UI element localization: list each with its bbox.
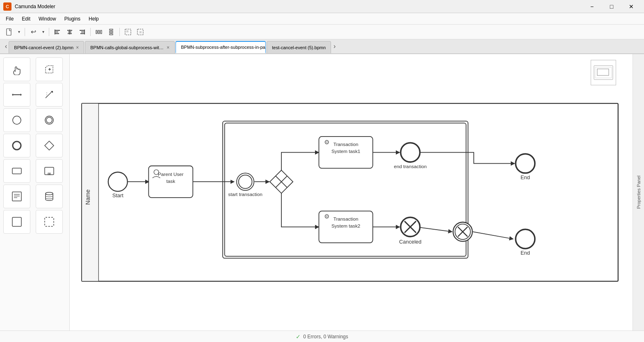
menu-edit[interactable]: Edit [18,14,34,23]
new-file-button[interactable] [3,26,15,38]
tab-1-close[interactable]: × [76,45,79,50]
menubar: File Edit Window Plugins Help [0,13,644,25]
svg-rect-12 [84,30,85,34]
svg-text:⚙: ⚙ [324,139,329,146]
align-center-button[interactable] [64,26,75,38]
close-button[interactable]: ✕ [622,0,641,13]
align-right-button[interactable] [76,26,88,38]
app-icon: C [3,2,11,11]
main-area: Name [0,54,644,331]
svg-rect-2 [55,32,58,32]
minimize-button[interactable]: − [582,0,601,13]
end-event-1[interactable] [516,154,535,173]
start-event-label: Start [112,192,124,198]
tab-4[interactable]: test-cancel-event (5).bpmn [267,41,331,53]
annotation-tool-button[interactable] [3,185,30,208]
svg-rect-51 [45,217,54,226]
svg-rect-50 [12,217,21,226]
svg-rect-0 [7,29,11,35]
toolbar-separator-1 [25,28,25,36]
task2-label-line1: Transaction [333,216,359,221]
svg-marker-39 [45,141,54,150]
maximize-button[interactable]: □ [602,0,621,13]
end1-label: End [521,174,530,180]
new-dropdown-button[interactable]: ▾ [16,26,22,38]
connect-tool-button[interactable] [3,83,30,107]
start-event-tool-button[interactable] [3,108,30,132]
menu-file[interactable]: File [2,14,18,23]
properties-panel-toggle[interactable]: Properties Panel [633,54,644,331]
bpmn-diagram[interactable]: Name [70,54,633,331]
end-event-2[interactable] [516,229,535,249]
end-transaction-event[interactable] [401,143,420,162]
task2-label-line2: System task2 [331,223,360,228]
toolbar-separator-3 [90,28,91,36]
tab-nav-left[interactable]: ‹ [3,43,9,50]
lasso-tool-button[interactable] [36,57,63,81]
svg-rect-20 [110,34,113,35]
tab-2-close[interactable]: × [167,45,169,50]
intermediate-event-tool-button[interactable] [36,108,63,132]
task1-label-line1: Transaction [333,141,359,147]
svg-rect-1 [55,30,60,31]
canceled-label: Canceled [399,239,421,245]
user-task-label-line2: task [167,178,176,184]
properties-panel-label: Properties Panel [636,176,641,209]
svg-rect-26 [139,31,142,33]
menu-window[interactable]: Window [34,14,60,23]
toolbar-separator-2 [49,28,49,36]
menu-plugins[interactable]: Plugins [60,14,84,23]
tab-1[interactable]: BPMN-cancel-event (2).bpmn × [9,41,84,53]
user-task-label-line1: Parent User [158,171,184,177]
end-transaction-label: end transaction [394,164,427,169]
gateway-tool-button[interactable] [36,134,63,157]
svg-marker-30 [12,93,13,96]
end-event-tool-button[interactable] [3,134,30,157]
pool-label: Name [84,189,91,205]
left-tool-panel [0,54,70,331]
start-transaction-label: start transaction [228,192,262,197]
statusbar: ✓ 0 Errors, 0 Warnings [0,331,644,342]
tab-nav-right[interactable]: › [332,43,337,50]
group-dashed-tool-button[interactable] [36,210,63,234]
tab-2[interactable]: BPMN-calls-global-subprocess-with-2-para… [85,41,175,53]
svg-rect-9 [80,30,84,31]
global-connect-tool-button[interactable] [36,83,63,107]
end2-label: End [521,250,530,256]
hand-tool-button[interactable] [3,57,30,81]
tab-3[interactable]: BPMN-subprocess-after-subprocess-in-pare… [176,41,266,53]
svg-point-49 [46,192,53,195]
toolbar-separator-4 [119,28,120,36]
status-message: 0 Errors, 0 Warnings [303,334,348,340]
task-tool-button[interactable] [3,159,30,183]
distribute-v-button[interactable] [105,26,117,38]
ungroup-button[interactable] [135,26,146,38]
subprocess-tool-button[interactable] [36,159,63,183]
menu-help[interactable]: Help [84,14,103,23]
svg-marker-31 [21,93,22,96]
svg-text:⚙: ⚙ [324,213,329,220]
start-event[interactable] [108,172,128,192]
svg-rect-11 [80,33,84,34]
svg-rect-24 [126,30,128,32]
tabs: ‹ BPMN-cancel-event (2).bpmn × BPMN-call… [0,39,644,54]
svg-rect-10 [81,32,84,32]
group-button[interactable] [122,26,134,38]
data-store-tool-button[interactable] [36,185,63,208]
undo-dropdown-button[interactable]: ▾ [40,26,46,38]
undo-button[interactable]: ↩ [27,26,39,38]
svg-rect-14 [98,30,100,34]
toolbar: ▾ ↩ ▾ [0,25,644,39]
canvas[interactable]: Name [70,54,633,331]
align-left-button[interactable] [52,26,63,38]
app-title: Camunda Modeler [15,4,582,9]
svg-rect-4 [55,30,55,34]
svg-rect-40 [12,168,21,174]
svg-rect-3 [55,33,59,34]
svg-rect-8 [69,30,70,34]
svg-rect-45 [12,192,21,201]
svg-rect-19 [110,31,113,32]
task1-label-line2: System task1 [331,148,360,154]
group-tool-button[interactable] [3,210,30,234]
distribute-h-button[interactable] [93,26,105,38]
